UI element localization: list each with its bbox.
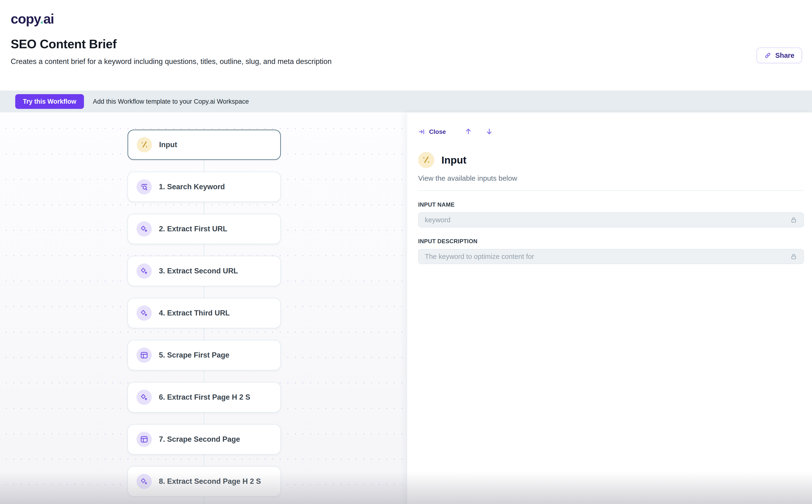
workflow-node-step-6[interactable]: 6. Extract First Page H 2 S — [127, 382, 281, 412]
workflow-canvas[interactable]: Input1. Search Keyword2. Extract First U… — [0, 112, 407, 504]
workflow-node-step-1[interactable]: 1. Search Keyword — [127, 172, 281, 202]
panel-title: Input — [442, 154, 467, 166]
node-label: 5. Scrape First Page — [159, 351, 229, 359]
logo-text-ai: ai — [43, 11, 54, 26]
field-list: INPUT NAMEkeywordINPUT DESCRIPTIONThe ke… — [418, 201, 804, 264]
diamonds-icon — [136, 390, 152, 405]
lock-icon — [790, 216, 797, 223]
input-name-label: INPUT NAME — [418, 201, 804, 208]
workflow-node-step-3[interactable]: 3. Extract Second URL — [127, 256, 281, 286]
diamonds-icon — [136, 221, 152, 237]
node-label: 8. Extract Second Page H 2 S — [159, 477, 261, 486]
panel-heading: Input — [418, 152, 804, 168]
collapse-right-icon — [418, 128, 425, 135]
page: copy.ai SEO Content Brief Creates a cont… — [0, 0, 812, 504]
node-label: 3. Extract Second URL — [159, 267, 238, 275]
page-title: SEO Content Brief — [11, 37, 801, 51]
pencil-sparkle-icon — [418, 152, 434, 168]
input-name-placeholder: keyword — [425, 216, 451, 224]
workflow-node-step-4[interactable]: 4. Extract Third URL — [127, 298, 281, 328]
node-label: 6. Extract First Page H 2 S — [159, 393, 250, 402]
arrow-up-icon — [465, 128, 472, 135]
try-workflow-button[interactable]: Try this Workflow — [15, 94, 84, 109]
cta-description: Add this Workflow template to your Copy.… — [93, 98, 249, 105]
detail-panel: Close — [407, 112, 812, 504]
diamonds-icon — [136, 474, 152, 489]
workflow-node-step-7[interactable]: 7. Scrape Second Page — [127, 424, 281, 455]
node-label: 1. Search Keyword — [159, 183, 225, 191]
input-description-placeholder: The keyword to optimize content for — [425, 253, 534, 261]
copyai-logo[interactable]: copy.ai — [11, 11, 801, 26]
node-label: 4. Extract Third URL — [159, 309, 230, 317]
share-button[interactable]: Share — [757, 48, 802, 63]
search-icon — [136, 179, 152, 194]
browser-icon — [136, 348, 152, 363]
diamonds-icon — [136, 305, 152, 321]
page-subtitle: Creates a content brief for a keyword in… — [11, 57, 801, 66]
workflow-node-step-5[interactable]: 5. Scrape First Page — [127, 340, 281, 370]
lock-icon — [790, 253, 797, 260]
arrow-down-icon — [486, 128, 493, 135]
link-icon — [764, 52, 771, 59]
close-panel-button[interactable]: Close — [418, 128, 446, 136]
input-description-label: INPUT DESCRIPTION — [418, 238, 804, 245]
next-step-button[interactable] — [486, 128, 493, 136]
share-button-label: Share — [775, 52, 794, 59]
node-label: Input — [159, 141, 177, 149]
logo-text-copy: copy — [11, 11, 40, 26]
logo-dot: . — [40, 11, 43, 26]
workflow-node-input[interactable]: Input — [127, 130, 281, 160]
browser-icon — [136, 432, 152, 447]
panel-divider — [418, 190, 804, 191]
workflow-node-step-2[interactable]: 2. Extract First URL — [127, 214, 281, 244]
input-description-field: The keyword to optimize content for — [418, 249, 804, 264]
node-label: 7. Scrape Second Page — [159, 435, 240, 444]
header: copy.ai SEO Content Brief Creates a cont… — [0, 0, 812, 91]
main-area: Input1. Search Keyword2. Extract First U… — [0, 112, 812, 504]
previous-step-button[interactable] — [465, 128, 472, 136]
close-button-label: Close — [429, 128, 446, 136]
diamonds-icon — [136, 263, 152, 279]
panel-subtitle: View the available inputs below — [418, 174, 804, 182]
input-name-field: keyword — [418, 212, 804, 228]
node-label: 2. Extract First URL — [159, 225, 227, 233]
workflow-node-step-8[interactable]: 8. Extract Second Page H 2 S — [127, 466, 281, 497]
panel-toolbar: Close — [418, 127, 804, 137]
cta-bar: Try this Workflow Add this Workflow temp… — [0, 91, 812, 112]
pencil-sparkle-icon — [137, 137, 152, 152]
